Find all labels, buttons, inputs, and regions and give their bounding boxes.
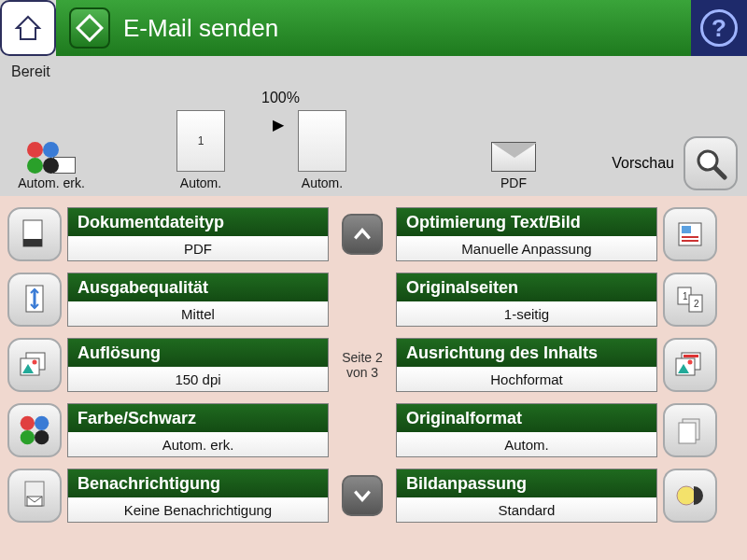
picture-text-icon [676,220,704,248]
option-title: Optimierung Text/Bild [397,208,656,236]
summary-input-page[interactable]: 1 Autom. [140,110,261,190]
pager-line1: Seite 2 [342,350,383,365]
photos-color-icon [674,351,706,379]
pager-line2: von 3 [346,365,378,380]
option-value: Autom. [397,432,656,456]
chevron-down-icon [352,485,373,506]
option-title: Ausrichtung des Inhalts [397,339,656,367]
option-sides[interactable]: Originalseiten 1-seitig [396,273,657,327]
svg-point-26 [677,486,696,505]
color-wheel-icon [27,142,59,174]
pages-12-icon: 12 [675,285,705,315]
summary-format[interactable]: PDF [420,142,607,190]
svg-rect-3 [23,239,42,246]
summary-color-label: Autom. erk. [18,175,85,190]
option-value: Autom. erk. [68,432,328,456]
svg-rect-23 [679,423,696,443]
options-grid: Dokumentdateityp PDF Optimierung Text/Bi… [0,196,747,560]
option-value: Hochformat [397,367,656,391]
contrast-icon [675,481,705,511]
envelope-icon [491,142,536,172]
summary-input-label: Autom. [180,175,221,190]
svg-rect-21 [684,355,698,357]
help-button[interactable]: ? [691,0,747,56]
option-title: Dokumentdateityp [68,208,328,236]
blank-pages-icon [675,415,705,445]
svg-point-20 [688,360,693,365]
summary-bar: 100% ▶ Autom. erk. 1 Autom. Autom. PDF V… [0,84,747,196]
compress-icon [21,284,49,315]
summary-color[interactable]: Autom. erk. [9,142,93,190]
option-icon-notify[interactable] [7,469,62,523]
option-color[interactable]: Farbe/Schwarz Autom. erk. [67,403,329,457]
option-quality[interactable]: Ausgabequalität Mittel [67,273,329,327]
chevron-up-icon [352,224,373,245]
svg-text:1: 1 [683,291,688,301]
option-icon-resolution[interactable] [7,338,62,392]
option-value: Keine Benachrichtigung [68,497,328,522]
option-icon-color[interactable] [7,403,62,457]
option-icon-sides[interactable]: 12 [663,273,717,327]
svg-point-16 [33,360,37,365]
option-adjust[interactable]: Bildanpassung Standard [396,469,657,523]
option-icon-filetype[interactable] [7,207,62,261]
option-title: Bildanpassung [397,469,656,497]
title-bar: E-Mail senden [56,0,691,56]
file-icon [21,218,49,250]
output-page-icon [298,110,346,172]
option-title: Originalseiten [397,273,656,301]
option-resolution[interactable]: Auflösung 150 dpi [67,338,329,392]
preview-label: Vorschau [612,155,674,172]
option-icon-adjust[interactable] [663,469,717,523]
option-icon-optimize[interactable] [663,207,717,261]
option-orientation[interactable]: Ausrichtung des Inhalts Hochformat [396,338,657,392]
summary-output-label: Autom. [302,175,343,190]
start-button[interactable] [69,7,110,49]
option-filetype[interactable]: Dokumentdateityp PDF [67,207,329,261]
help-icon: ? [700,9,738,47]
home-icon [13,13,43,43]
option-title: Farbe/Schwarz [68,404,328,432]
preview-button[interactable] [684,136,738,190]
home-button[interactable] [0,0,56,56]
page-title: E-Mail senden [123,14,278,43]
svg-line-1 [715,168,725,177]
magnifier-icon [694,147,727,180]
option-title: Benachrichtigung [68,469,328,497]
color-wheel-icon [21,416,49,445]
option-value: Mittel [68,301,328,326]
option-value: PDF [68,236,328,260]
option-title: Ausgabequalität [68,273,328,301]
option-value: 1-seitig [397,301,656,326]
scale-label: 100% [261,90,300,106]
option-value: Manuelle Anpassung [397,236,656,260]
scroll-up-button[interactable] [342,214,383,255]
option-icon-orientation[interactable] [663,338,717,392]
option-optimize[interactable]: Optimierung Text/Bild Manuelle Anpassung [396,207,657,261]
option-value: Standard [397,497,656,522]
option-size[interactable]: Originalformat Autom. [396,403,657,457]
svg-rect-5 [682,226,691,233]
svg-text:2: 2 [694,299,699,309]
option-title: Auflösung [68,339,328,367]
scroll-down-button[interactable] [342,475,383,516]
option-icon-quality[interactable] [7,273,62,327]
pager: Seite 2 von 3 [334,336,390,394]
start-diamond-icon [76,14,104,42]
photos-icon [19,351,50,379]
mail-page-icon [20,480,49,511]
input-page-icon: 1 [176,110,225,172]
option-title: Originalformat [397,404,656,432]
status-text: Bereit [0,56,747,84]
arrow-right-icon: ▶ [273,116,284,133]
option-value: 150 dpi [68,367,328,391]
option-notify[interactable]: Benachrichtigung Keine Benachrichtigung [67,469,329,523]
summary-format-label: PDF [500,175,527,190]
option-icon-size[interactable] [663,403,717,457]
